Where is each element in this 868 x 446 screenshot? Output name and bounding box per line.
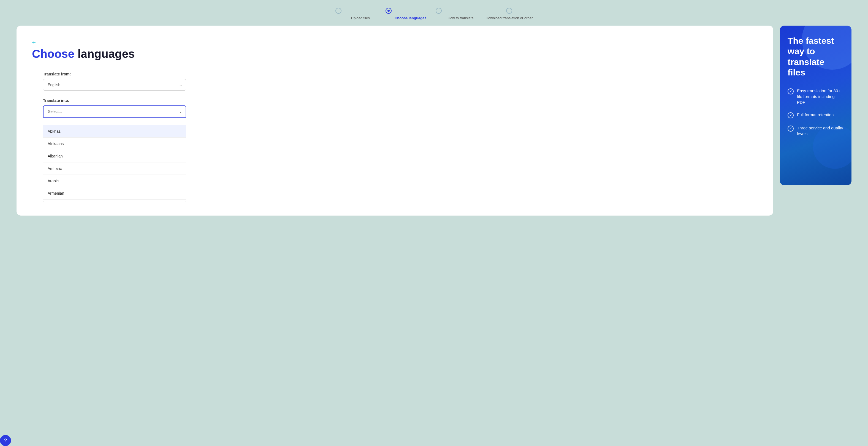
form-section: Translate from: English ⌄ Translate into… bbox=[43, 72, 186, 202]
dropdown-item-amharic[interactable]: Amharic bbox=[43, 162, 186, 175]
step-label-translate: How to translate bbox=[448, 16, 474, 20]
card-title-rest: languages bbox=[74, 47, 135, 60]
feature-text-1: Full format retention bbox=[797, 112, 834, 118]
translate-into-wrapper: ⌄ bbox=[43, 105, 186, 118]
step-circle-upload bbox=[335, 8, 341, 14]
step-circle-languages bbox=[385, 8, 392, 14]
step-languages[interactable]: Choose languages bbox=[385, 8, 436, 20]
feature-item-2: ✓ Three service and quality levels bbox=[787, 125, 844, 136]
step-line-1 bbox=[341, 11, 385, 11]
check-icon-1: ✓ bbox=[787, 112, 794, 118]
step-line-3 bbox=[442, 11, 486, 11]
translate-from-wrapper: English ⌄ bbox=[43, 79, 186, 91]
main-content: + Choose languages Translate from: Engli… bbox=[0, 26, 868, 227]
dropdown-item-abkhaz[interactable]: Abkhaz bbox=[43, 125, 186, 138]
language-dropdown: Abkhaz Afrikaans Albanian Amharic Arabic… bbox=[43, 125, 186, 202]
translate-into-label: Translate into: bbox=[43, 98, 186, 103]
step-line-2 bbox=[392, 11, 436, 11]
dropdown-item-albanian[interactable]: Albanian bbox=[43, 150, 186, 162]
step-translate[interactable]: How to translate bbox=[436, 8, 486, 20]
language-card: + Choose languages Translate from: Engli… bbox=[17, 26, 773, 216]
feature-text-2: Three service and quality levels bbox=[797, 125, 844, 136]
dropdown-item-arabic[interactable]: Arabic bbox=[43, 175, 186, 187]
step-label-languages: Choose languages bbox=[395, 16, 427, 20]
feature-item-0: ✓ Easy translation for 30+ file formats … bbox=[787, 88, 844, 105]
step-circle-translate bbox=[436, 8, 442, 14]
dropdown-item-assamese[interactable]: Assamese bbox=[43, 200, 186, 202]
dropdown-item-armenian[interactable]: Armenian bbox=[43, 187, 186, 200]
help-icon: ? bbox=[4, 438, 7, 444]
select-divider bbox=[175, 108, 175, 115]
plus-icon: + bbox=[32, 39, 758, 46]
card-title-highlight: Choose bbox=[32, 47, 74, 60]
feature-text-0: Easy translation for 30+ file formats in… bbox=[797, 88, 844, 105]
step-download[interactable]: Download translation or order bbox=[486, 8, 533, 20]
help-circle[interactable]: ? bbox=[0, 435, 11, 446]
check-icon-2: ✓ bbox=[787, 126, 794, 132]
step-label-upload: Upload files bbox=[351, 16, 370, 20]
step-upload[interactable]: Upload files bbox=[335, 8, 385, 20]
sidebar-panel: The fastest way to translate files ✓ Eas… bbox=[780, 26, 851, 185]
sidebar-title: The fastest way to translate files bbox=[787, 35, 844, 78]
translate-into-input[interactable] bbox=[43, 105, 186, 118]
check-icon-0: ✓ bbox=[787, 88, 794, 94]
feature-item-1: ✓ Full format retention bbox=[787, 112, 844, 118]
step-label-download: Download translation or order bbox=[486, 16, 533, 20]
translate-from-label: Translate from: bbox=[43, 72, 186, 76]
card-title: Choose languages bbox=[32, 47, 758, 61]
stepper: Upload files Choose languages How to tra… bbox=[0, 0, 868, 26]
step-circle-download bbox=[506, 8, 512, 14]
translate-from-select[interactable]: English bbox=[43, 79, 186, 91]
dropdown-item-afrikaans[interactable]: Afrikaans bbox=[43, 138, 186, 150]
